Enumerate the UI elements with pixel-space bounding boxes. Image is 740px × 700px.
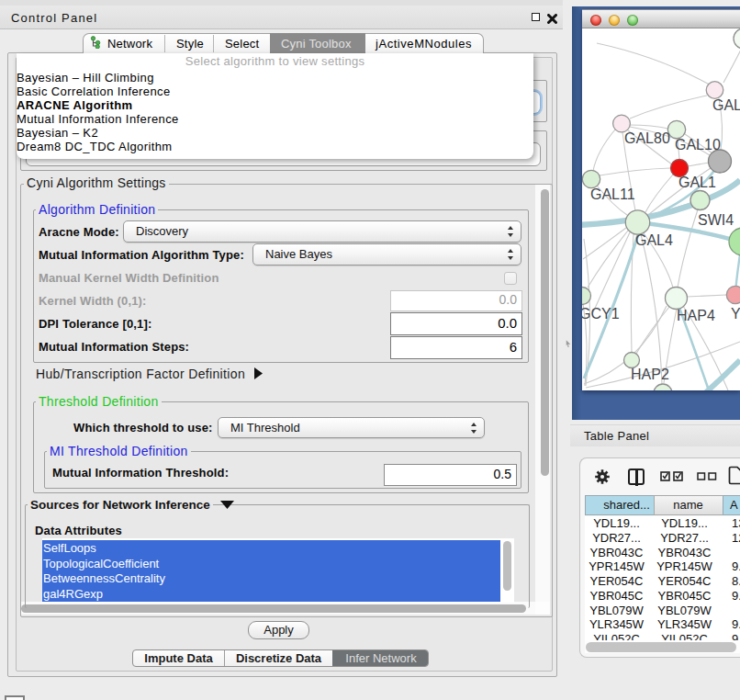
svg-text:SWI4: SWI4	[698, 212, 734, 228]
svg-text:GAL80: GAL80	[624, 130, 670, 146]
svg-text:Y: Y	[731, 306, 740, 322]
svg-text:GAL10: GAL10	[675, 137, 721, 152]
svg-text:GCY1: GCY1	[582, 306, 620, 322]
svg-text:HAP2: HAP2	[631, 367, 669, 382]
svg-text:GAL11: GAL11	[590, 186, 635, 202]
svg-text:GAL1: GAL1	[678, 175, 716, 190]
svg-text:GAL4: GAL4	[635, 232, 673, 248]
svg-text:GAL7: GAL7	[712, 97, 740, 113]
svg-text:HAP4: HAP4	[677, 308, 715, 323]
